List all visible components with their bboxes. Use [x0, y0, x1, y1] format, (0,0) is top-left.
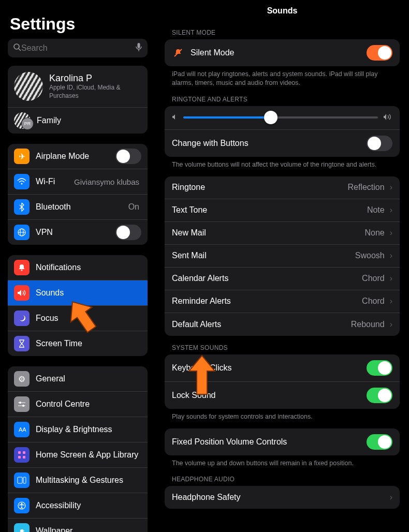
grid-icon — [14, 447, 30, 463]
system-sounds-footer: Play sounds for system controls and inte… — [172, 412, 395, 421]
silent-footer: iPad will not play ringtones, alerts and… — [172, 70, 395, 87]
svg-rect-16 — [18, 456, 21, 459]
fixed-position-label: Fixed Position Volume Controls — [172, 437, 287, 447]
airplane-toggle[interactable] — [115, 149, 141, 164]
text-tone-row[interactable]: Text Tone Note › — [165, 199, 400, 222]
sidebar-item-general[interactable]: ⚙ General — [8, 366, 148, 392]
lock-sound-label: Lock Sound — [172, 391, 216, 400]
sidebar-item-screen-time[interactable]: Screen Time — [8, 331, 148, 356]
sidebar-item-focus[interactable]: Focus — [8, 306, 148, 331]
sidebar-item-multitasking[interactable]: Multitasking & Gestures — [8, 468, 148, 493]
brightness-icon: AA — [14, 422, 30, 437]
sidebar-item-notifications[interactable]: Notifications — [8, 255, 148, 280]
search-input[interactable] — [21, 43, 135, 53]
volume-slider[interactable] — [183, 116, 378, 119]
family-row[interactable]: Family — [8, 108, 148, 134]
chevron-right-icon: › — [390, 493, 392, 502]
hourglass-icon — [14, 336, 30, 351]
sent-mail-row[interactable]: Sent Mail Swoosh › — [165, 245, 400, 268]
chevron-right-icon: › — [390, 228, 392, 238]
fixed-position-footer: The volume up and down buttons will rema… — [172, 459, 395, 468]
svg-point-21 — [21, 503, 23, 505]
sidebar-item-display[interactable]: AA Display & Brightness — [8, 417, 148, 442]
ringtone-footer: The volume buttons will not affect the v… — [172, 160, 395, 169]
account-group: Karolina P Apple ID, iCloud, Media & Pur… — [8, 66, 148, 134]
sidebar-item-control-centre[interactable]: Control Centre — [8, 392, 148, 417]
wifi-value: Giviansymo klubas — [74, 178, 141, 186]
avatar — [14, 72, 43, 101]
lock-sound-toggle[interactable] — [367, 388, 392, 403]
sent-mail-label: Sent Mail — [172, 251, 207, 260]
silent-mode-label: Silent Mode — [191, 48, 235, 57]
bluetooth-value: On — [128, 202, 141, 212]
fixed-position-toggle[interactable] — [367, 434, 392, 450]
general-label: General — [36, 374, 65, 383]
svg-rect-15 — [23, 451, 25, 454]
vpn-toggle[interactable] — [115, 225, 141, 240]
wifi-label: Wi-Fi — [36, 177, 55, 186]
general-group: ⚙ General Control Centre AA Display & Br… — [8, 366, 148, 532]
account-subtitle: Apple ID, iCloud, Media & Purchases — [49, 84, 141, 100]
sidebar-item-home-screen[interactable]: Home Screen & App Library — [8, 442, 148, 468]
bell-slash-icon — [172, 47, 184, 59]
calendar-alerts-value: Chord — [362, 274, 387, 283]
ringtone-row[interactable]: Ringtone Reflection › — [165, 176, 400, 199]
chevron-right-icon: › — [390, 251, 392, 260]
system-sounds-header: SYSTEM SOUNDS — [172, 344, 398, 351]
airplane-label: Airplane Mode — [36, 152, 89, 161]
silent-header: SILENT MODE — [172, 29, 398, 36]
default-alerts-row[interactable]: Default Alerts Rebound › — [165, 313, 400, 336]
sounds-detail-pane: Sounds SILENT MODE Silent Mode iPad will… — [155, 0, 409, 532]
page-title: Settings — [10, 14, 148, 34]
change-with-buttons-row[interactable]: Change with Buttons — [165, 130, 400, 157]
family-label: Family — [37, 116, 61, 125]
screen-time-label: Screen Time — [36, 339, 82, 348]
svg-point-4 — [21, 183, 23, 185]
chevron-right-icon: › — [390, 320, 392, 329]
svg-rect-19 — [23, 477, 26, 483]
vpn-label: VPN — [36, 228, 53, 237]
default-alerts-value: Rebound — [351, 320, 387, 329]
apple-id-row[interactable]: Karolina P Apple ID, iCloud, Media & Pur… — [8, 66, 148, 108]
svg-rect-14 — [18, 451, 21, 454]
svg-text:AA: AA — [19, 426, 26, 433]
silent-mode-row[interactable]: Silent Mode — [165, 39, 400, 66]
vpn-icon — [14, 225, 30, 240]
silent-mode-toggle[interactable] — [367, 45, 392, 61]
volume-high-icon — [383, 113, 392, 122]
bell-icon — [14, 260, 30, 275]
lock-sound-row[interactable]: Lock Sound — [165, 382, 400, 409]
family-avatar — [14, 112, 31, 129]
mic-icon[interactable] — [135, 42, 142, 54]
sidebar-item-bluetooth[interactable]: Bluetooth On — [8, 195, 148, 220]
sound-types-group: Ringtone Reflection › Text Tone Note › N… — [165, 176, 400, 336]
volume-slider-row[interactable] — [165, 106, 400, 130]
fixed-position-row[interactable]: Fixed Position Volume Controls — [165, 428, 400, 455]
svg-point-8 — [21, 270, 23, 271]
change-with-buttons-label: Change with Buttons — [172, 139, 249, 148]
sidebar-item-wifi[interactable]: Wi-Fi Giviansymo klubas — [8, 169, 148, 195]
sidebar-item-vpn[interactable]: VPN — [8, 220, 148, 245]
keyboard-clicks-label: Keyboard Clicks — [172, 363, 232, 373]
keyboard-clicks-toggle[interactable] — [367, 360, 392, 376]
headphone-safety-row[interactable]: Headphone Safety › — [165, 486, 400, 509]
bluetooth-icon — [14, 199, 30, 215]
new-mail-row[interactable]: New Mail None › — [165, 222, 400, 245]
keyboard-clicks-row[interactable]: Keyboard Clicks — [165, 354, 400, 382]
ringtone-label: Ringtone — [172, 183, 205, 192]
settings-sidebar: Settings Karolina P Apple ID, iCloud, Me… — [0, 0, 155, 532]
sidebar-item-wallpaper[interactable]: Wallpaper — [8, 519, 148, 532]
calendar-alerts-row[interactable]: Calendar Alerts Chord › — [165, 268, 400, 290]
gear-icon: ⚙ — [14, 371, 30, 387]
reminder-alerts-row[interactable]: Reminder Alerts Chord › — [165, 290, 400, 313]
ringtone-header: RINGTONE AND ALERTS — [172, 96, 398, 103]
sidebar-item-airplane[interactable]: ✈ Airplane Mode — [8, 144, 148, 169]
wallpaper-label: Wallpaper — [36, 526, 72, 532]
sounds-label: Sounds — [36, 288, 64, 298]
multitasking-label: Multitasking & Gestures — [36, 476, 123, 485]
sidebar-item-sounds[interactable]: Sounds — [8, 280, 148, 306]
search-field[interactable] — [8, 39, 148, 57]
change-with-buttons-toggle[interactable] — [367, 136, 392, 151]
sidebar-item-accessibility[interactable]: Accessibility — [8, 493, 148, 519]
calendar-alerts-label: Calendar Alerts — [172, 274, 228, 283]
